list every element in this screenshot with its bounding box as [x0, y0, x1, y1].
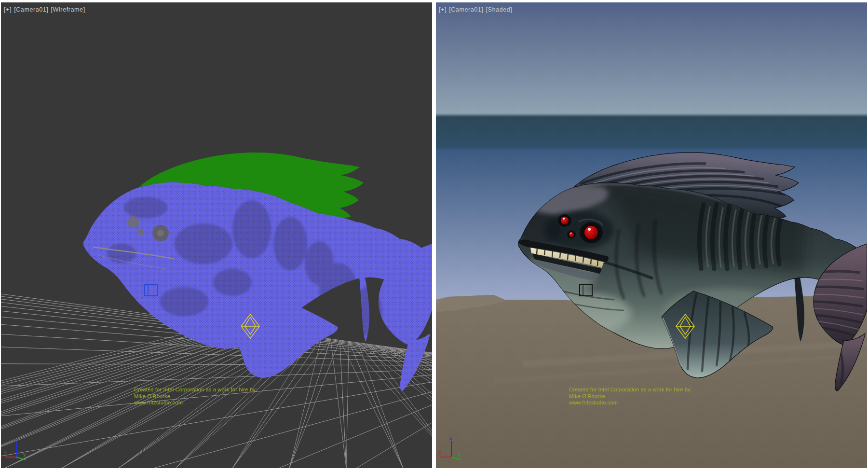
eye-large [584, 225, 598, 240]
axis-y-label: y [23, 451, 26, 457]
credit-line-1: Created for Intel Corporation as a work … [134, 387, 288, 393]
axis-z-label: z [14, 435, 17, 441]
viewport-menu-pov[interactable]: [Camera01] [449, 6, 483, 13]
viewport-menu-shading[interactable]: [Shaded] [486, 6, 513, 13]
fish-model-wireframe[interactable] [73, 153, 432, 413]
axis-z-label: z [449, 435, 452, 441]
scene-credit-text: Created for Intel Corporation as a work … [569, 387, 723, 406]
axis-y-label: y [458, 451, 461, 457]
viewport-menu-general[interactable]: [+] [4, 6, 12, 13]
viewport-shaded[interactable]: z x y [+] [Camera01] [Shaded] Created fo… [436, 2, 867, 468]
credit-line-2: Mike O'Rourke [134, 393, 288, 400]
viewport-label: [+] [Camera01] [Wireframe] [4, 6, 86, 13]
eye-small [560, 216, 569, 225]
credit-line-1: Created for Intel Corporation as a work … [569, 387, 723, 393]
world-axis-gizmo: z x y [4, 435, 26, 460]
viewport-menu-pov[interactable]: [Camera01] [14, 6, 48, 13]
axis-x-label: x [4, 449, 7, 455]
credit-line-2: Mike O'Rourke [569, 393, 723, 400]
credit-line-3: www.fritzstudio.com [569, 400, 723, 406]
eye-tiny [569, 232, 574, 237]
viewport-wireframe[interactable]: z x y [+] [Camera01] [Wireframe] Created… [1, 2, 432, 468]
viewport-menu-shading[interactable]: [Wireframe] [51, 6, 85, 13]
viewport-frame: z x y [+] [Camera01] [Wireframe] Created… [0, 0, 868, 472]
credit-line-3: www.fritzstudio.com [134, 400, 288, 406]
viewport-label: [+] [Camera01] [Shaded] [439, 6, 513, 13]
scene-credit-text: Created for Intel Corporation as a work … [134, 387, 288, 406]
viewport-menu-general[interactable]: [+] [439, 6, 447, 13]
axis-x-label: x [439, 449, 442, 455]
